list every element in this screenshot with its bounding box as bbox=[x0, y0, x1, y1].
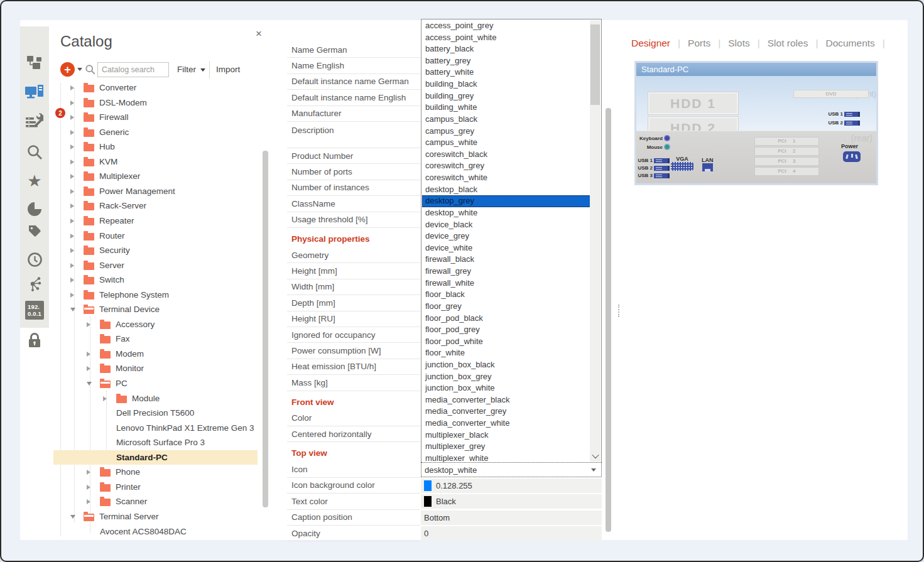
icon-value-combobox[interactable]: desktop_white bbox=[421, 462, 602, 477]
tree-item-pc[interactable]: PC bbox=[53, 376, 258, 391]
tree-item-microsoft-surface-pro-3[interactable]: Microsoft Surface Pro 3 bbox=[53, 435, 258, 450]
dropdown-item-battery-grey[interactable]: battery_grey bbox=[422, 55, 590, 67]
expand-arrow-icon[interactable] bbox=[103, 396, 107, 401]
add-item-button[interactable]: + bbox=[60, 62, 75, 77]
opacity-value[interactable]: 0 bbox=[421, 526, 602, 541]
expand-arrow-icon[interactable] bbox=[70, 115, 74, 120]
device-title-bar[interactable]: Standard-PC bbox=[636, 63, 876, 76]
text-color-value[interactable]: Black bbox=[421, 494, 602, 509]
tree-item-router[interactable]: Router bbox=[53, 229, 258, 244]
dropdown-item-device-grey[interactable]: device_grey bbox=[422, 230, 590, 242]
tag-icon[interactable] bbox=[20, 220, 49, 242]
tree-item-avocent-acs8048dac[interactable]: Avocent ACS8048DAC bbox=[53, 524, 258, 539]
expand-arrow-icon[interactable] bbox=[70, 130, 74, 135]
lock-icon[interactable] bbox=[20, 329, 49, 352]
expand-arrow-icon[interactable] bbox=[87, 366, 90, 371]
expand-arrow-icon[interactable] bbox=[70, 278, 74, 283]
dropdown-item-battery-black[interactable]: battery_black bbox=[422, 43, 590, 55]
dropdown-item-firewall-black[interactable]: firewall_black bbox=[422, 254, 590, 266]
dropdown-item-multiplexer-black[interactable]: multiplexer_black bbox=[422, 430, 590, 441]
device-rear-view[interactable]: (rear) Keyboard Mouse USB 1USB 2USB 3 VG… bbox=[636, 131, 876, 183]
dropdown-item-media-converter-grey[interactable]: media_converter_grey bbox=[422, 406, 590, 418]
ip-address-icon[interactable]: 192. 0.0.1 bbox=[20, 299, 49, 322]
collapse-arrow-icon[interactable] bbox=[87, 382, 92, 386]
icon-background-color-value[interactable]: 0.128.255 bbox=[421, 478, 602, 493]
hdd1-slot[interactable]: HDD 1 bbox=[648, 92, 739, 115]
tree-item-rack-server[interactable]: Rack-Server bbox=[53, 198, 258, 213]
dropdown-item-campus-white[interactable]: campus_white bbox=[422, 137, 590, 149]
dropdown-item-desktop-black[interactable]: desktop_black bbox=[422, 184, 590, 196]
tree-item-phone[interactable]: Phone bbox=[53, 465, 258, 480]
dropdown-item-floor-black[interactable]: floor_black bbox=[422, 289, 590, 301]
catalog-search-input[interactable] bbox=[97, 62, 169, 77]
dropdown-item-coreswitch-white[interactable]: coreswitch_white bbox=[422, 172, 590, 184]
pci-slot-1[interactable]: PCI 1 bbox=[754, 137, 819, 146]
caption-position-value[interactable]: Bottom bbox=[421, 511, 602, 525]
mouse-port[interactable]: Mouse bbox=[638, 144, 670, 150]
lan-port[interactable]: LAN bbox=[702, 157, 714, 171]
keyboard-port[interactable]: Keyboard bbox=[638, 135, 670, 141]
pci-slot-3[interactable]: PCI 3 bbox=[754, 157, 819, 166]
rear-usb-port-1[interactable]: USB 1 bbox=[636, 158, 670, 163]
configuration-icon[interactable] bbox=[20, 109, 49, 132]
add-item-caret-icon[interactable] bbox=[77, 68, 82, 71]
dropdown-item-firewall-grey[interactable]: firewall_grey bbox=[422, 266, 590, 278]
dropdown-item-media-converter-white[interactable]: media_converter_white bbox=[422, 418, 590, 430]
tree-item-repeater[interactable]: Repeater bbox=[53, 213, 258, 229]
dropdown-item-floor-pod-black[interactable]: floor_pod_black bbox=[422, 313, 590, 325]
expand-arrow-icon[interactable] bbox=[87, 499, 90, 504]
tree-item-kvm[interactable]: KVM bbox=[53, 154, 258, 170]
combobox-caret-icon[interactable] bbox=[591, 468, 596, 472]
device-front-view[interactable]: (front) HDD 1 HDD 2 DVD USB 1USB 2 bbox=[636, 76, 876, 131]
dropdown-item-floor-grey[interactable]: floor_grey bbox=[422, 301, 590, 313]
filter-caret-icon[interactable] bbox=[200, 68, 205, 72]
tab-slot-roles[interactable]: Slot roles bbox=[768, 38, 808, 49]
tree-item-terminal-device[interactable]: Terminal Device bbox=[53, 302, 258, 317]
tree-item-dsl-modem[interactable]: DSL-Modem bbox=[53, 95, 258, 111]
front-usb-port-2[interactable]: USB 2 bbox=[827, 120, 860, 126]
tab-ports[interactable]: Ports bbox=[688, 38, 710, 49]
history-clock-icon[interactable] bbox=[20, 248, 49, 271]
vga-port[interactable]: VGA bbox=[671, 156, 693, 171]
rear-usb-port-3[interactable]: USB 3 bbox=[636, 173, 670, 178]
expand-arrow-icon[interactable] bbox=[70, 100, 74, 105]
tab-designer[interactable]: Designer bbox=[631, 38, 670, 49]
filter-button[interactable]: Filter bbox=[177, 62, 196, 77]
pci-slot-4[interactable]: PCI 4 bbox=[754, 167, 819, 176]
tree-item-security[interactable]: Security bbox=[53, 243, 258, 258]
tab-documents[interactable]: Documents bbox=[825, 38, 874, 49]
tree-item-switch[interactable]: Switch bbox=[53, 273, 258, 288]
expand-arrow-icon[interactable] bbox=[70, 144, 74, 149]
panel-splitter-grip[interactable] bbox=[618, 305, 620, 317]
network-nodes-icon[interactable] bbox=[20, 273, 49, 295]
dropdown-item-desktop-white[interactable]: desktop_white bbox=[422, 207, 590, 219]
dropdown-item-coreswitch-black[interactable]: coreswitch_black bbox=[422, 149, 590, 161]
tree-item-power-management[interactable]: Power Management bbox=[53, 184, 258, 199]
dropdown-item-coreswitch-grey[interactable]: coreswitch_grey bbox=[422, 160, 590, 172]
close-icon[interactable]: × bbox=[253, 28, 265, 40]
expand-arrow-icon[interactable] bbox=[70, 203, 74, 208]
dropdown-item-device-white[interactable]: device_white bbox=[422, 242, 590, 254]
tree-item-standard-pc[interactable]: Standard-PC bbox=[53, 450, 258, 465]
expand-arrow-icon[interactable] bbox=[70, 159, 74, 165]
dropdown-item-building-black[interactable]: building_black bbox=[422, 78, 590, 90]
tree-item-modem[interactable]: Modem bbox=[53, 347, 258, 362]
collapse-arrow-icon[interactable] bbox=[70, 308, 75, 311]
dropdown-item-battery-white[interactable]: battery_white bbox=[422, 67, 590, 78]
tree-item-telephone-system[interactable]: Telephone System bbox=[53, 288, 258, 303]
expand-arrow-icon[interactable] bbox=[70, 293, 74, 298]
dropdown-scroll-down-button[interactable] bbox=[590, 450, 601, 461]
tab-slots[interactable]: Slots bbox=[728, 38, 749, 49]
tree-item-scanner[interactable]: Scanner bbox=[53, 494, 258, 509]
dropdown-scrollbar-thumb[interactable] bbox=[590, 24, 600, 105]
tree-item-module[interactable]: Module bbox=[53, 391, 258, 406]
dropdown-item-junction-box-black[interactable]: junction_box_black bbox=[422, 359, 590, 371]
tree-item-server[interactable]: Server bbox=[53, 258, 258, 273]
expand-arrow-icon[interactable] bbox=[70, 248, 74, 253]
collapse-arrow-icon[interactable] bbox=[70, 515, 75, 519]
tree-item-dell-precision-t5600[interactable]: Dell Precision T5600 bbox=[53, 406, 258, 421]
tree-item-fax[interactable]: Fax bbox=[53, 332, 258, 347]
expand-arrow-icon[interactable] bbox=[87, 322, 90, 327]
expand-arrow-icon[interactable] bbox=[70, 85, 74, 90]
expand-arrow-icon[interactable] bbox=[70, 234, 74, 239]
